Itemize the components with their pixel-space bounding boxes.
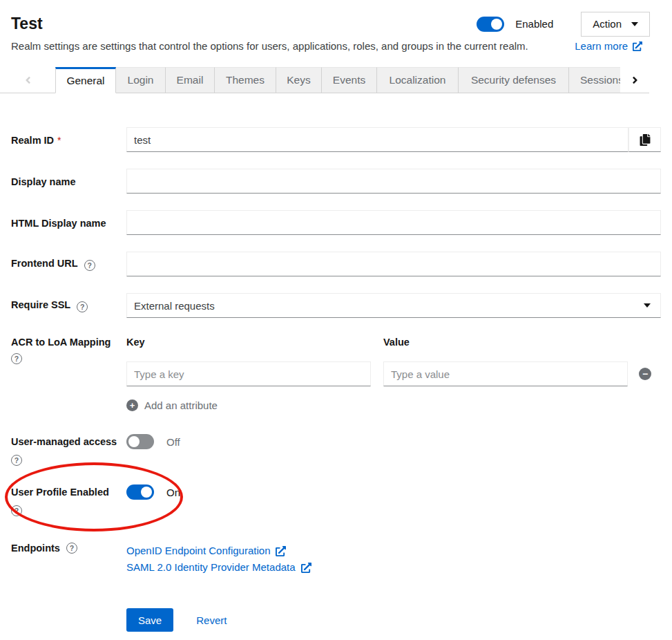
endpoints-label: Endpoints xyxy=(11,543,60,554)
require-ssl-selected-value: External requests xyxy=(134,300,644,312)
frontend-url-row: Frontend URL? xyxy=(11,252,661,276)
help-icon[interactable]: ? xyxy=(11,505,22,516)
tab-label: Login xyxy=(128,74,154,86)
require-ssl-label: Require SSL xyxy=(11,299,70,310)
copy-button[interactable] xyxy=(628,127,661,152)
tab-email[interactable]: Email xyxy=(166,67,215,93)
tab-keys[interactable]: Keys xyxy=(276,67,322,93)
realm-id-row: Realm ID* xyxy=(11,127,661,152)
action-dropdown-label: Action xyxy=(593,18,622,30)
tab-security-defenses[interactable]: Security defenses xyxy=(459,67,569,93)
caret-down-icon xyxy=(631,22,638,26)
external-link-icon xyxy=(301,563,311,573)
caret-down-icon xyxy=(644,303,651,308)
save-button[interactable]: Save xyxy=(126,608,173,632)
tabs-scroll-right-button[interactable] xyxy=(620,67,649,93)
help-icon[interactable]: ? xyxy=(11,455,22,466)
tab-label: Themes xyxy=(226,74,265,86)
enabled-label: Enabled xyxy=(515,18,553,30)
general-settings-form: Realm ID* Display name HTML Display name… xyxy=(0,93,672,632)
help-icon[interactable]: ? xyxy=(77,301,88,312)
tab-label: Keys xyxy=(287,74,310,86)
page-header: Test Enabled Action Realm settings are s… xyxy=(0,0,672,52)
user-profile-enabled-state: On xyxy=(166,487,180,498)
realm-id-input[interactable] xyxy=(126,127,628,152)
tab-label: Localization xyxy=(390,74,446,86)
acr-key-header: Key xyxy=(126,336,371,349)
saml-metadata-link[interactable]: SAML 2.0 Identity Provider Metadata xyxy=(126,559,661,576)
tab-general[interactable]: General xyxy=(55,67,116,93)
acr-to-loa-row: ACR to LoA Mapping ? Key Value − + Add a… xyxy=(11,336,661,411)
html-display-name-row: HTML Display name xyxy=(11,210,661,235)
chevron-left-icon xyxy=(24,75,32,86)
chevron-right-icon xyxy=(631,75,639,86)
tab-label: Events xyxy=(333,74,365,86)
tab-label: Email xyxy=(177,74,204,86)
tab-login[interactable]: Login xyxy=(116,67,166,93)
tab-themes[interactable]: Themes xyxy=(215,67,276,93)
frontend-url-label: Frontend URL xyxy=(11,258,78,269)
openid-endpoint-configuration-link[interactable]: OpenID Endpoint Configuration xyxy=(126,543,661,559)
help-icon[interactable]: ? xyxy=(66,543,77,554)
toggle-knob xyxy=(128,436,140,447)
user-profile-enabled-label: User Profile Enabled xyxy=(11,484,126,500)
user-managed-access-label: User-managed access xyxy=(11,434,126,449)
tabs-spacer xyxy=(649,67,672,93)
plus-circle-icon: + xyxy=(126,399,138,411)
realm-enabled-toggle[interactable] xyxy=(477,17,504,32)
tab-localization[interactable]: Localization xyxy=(377,67,459,93)
user-managed-access-toggle[interactable] xyxy=(126,434,154,449)
remove-attribute-button[interactable]: − xyxy=(639,368,651,380)
tab-label: Sessions xyxy=(580,74,620,86)
require-ssl-select[interactable]: External requests xyxy=(126,293,661,318)
user-managed-access-row: User-managed access ? Off xyxy=(11,434,661,466)
tabs-scroll-left-button[interactable] xyxy=(0,67,55,93)
learn-more-label: Learn more xyxy=(575,40,628,52)
revert-link[interactable]: Revert xyxy=(196,614,227,626)
acr-value-header: Value xyxy=(383,336,628,349)
help-icon[interactable]: ? xyxy=(84,260,95,271)
action-dropdown-button[interactable]: Action xyxy=(581,12,650,37)
endpoints-row: Endpoints ? OpenID Endpoint Configuratio… xyxy=(11,543,661,576)
tab-events[interactable]: Events xyxy=(322,67,377,93)
tab-bar: General Login Email Themes Keys Events L… xyxy=(0,67,672,93)
frontend-url-input[interactable] xyxy=(126,252,661,276)
user-profile-enabled-toggle[interactable] xyxy=(126,484,154,500)
endpoint-link-label: OpenID Endpoint Configuration xyxy=(126,543,270,559)
user-profile-enabled-row: User Profile Enabled ? On xyxy=(11,484,661,516)
realm-id-label: Realm ID xyxy=(11,135,54,146)
display-name-input[interactable] xyxy=(126,169,661,194)
external-link-icon xyxy=(633,41,642,51)
html-display-name-label: HTML Display name xyxy=(11,218,106,229)
form-actions: Save Revert xyxy=(11,608,661,632)
page-description: Realm settings are settings that control… xyxy=(11,40,528,52)
copy-icon xyxy=(640,134,651,146)
html-display-name-input[interactable] xyxy=(126,210,661,235)
acr-to-loa-label: ACR to LoA Mapping xyxy=(11,337,111,348)
toggle-knob xyxy=(141,487,152,498)
require-ssl-row: Require SSL? External requests xyxy=(11,293,661,318)
endpoint-link-label: SAML 2.0 Identity Provider Metadata xyxy=(126,559,296,576)
display-name-label: Display name xyxy=(11,176,76,187)
add-attribute-label: Add an attribute xyxy=(144,399,218,411)
display-name-row: Display name xyxy=(11,169,661,194)
acr-key-input[interactable] xyxy=(126,361,371,386)
required-asterisk: * xyxy=(57,135,61,146)
minus-icon: − xyxy=(642,369,648,379)
add-attribute-button[interactable]: + Add an attribute xyxy=(126,399,218,411)
tab-sessions[interactable]: Sessions xyxy=(569,67,620,93)
tab-label: Security defenses xyxy=(471,74,556,86)
tab-label: General xyxy=(66,75,104,87)
user-managed-access-state: Off xyxy=(166,436,180,448)
acr-value-input[interactable] xyxy=(383,361,628,386)
external-link-icon xyxy=(276,546,286,556)
help-icon[interactable]: ? xyxy=(11,353,22,364)
toggle-knob xyxy=(491,19,502,30)
learn-more-link[interactable]: Learn more xyxy=(575,40,642,52)
page-title: Test xyxy=(11,15,43,33)
